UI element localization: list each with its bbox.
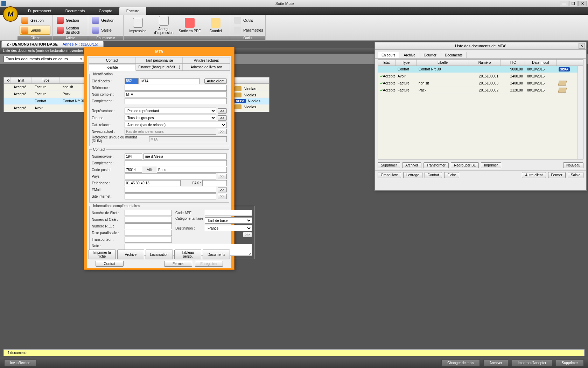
mail-input[interactable]: [125, 187, 216, 193]
minimize-button[interactable]: —: [560, 1, 568, 6]
cee-input[interactable]: [125, 217, 172, 223]
doclist-row[interactable]: ✔AcceptéFacturePack20151000022120.0008/1…: [378, 87, 583, 94]
archiver-button[interactable]: Archiver: [402, 162, 421, 168]
comp-input[interactable]: [125, 98, 227, 104]
ribbon-article-gestion-du-stock[interactable]: Gestion du stock: [55, 26, 86, 35]
changer-mois-button[interactable]: Changer de mois: [441, 359, 480, 367]
num-input[interactable]: [125, 154, 142, 159]
doclist-tab-encours[interactable]: En cours: [378, 52, 399, 58]
mta-tab-financebanquecrdit[interactable]: Finance (banque, crédit ...): [136, 64, 183, 70]
contrat-button[interactable]: Contrat: [96, 261, 124, 267]
ribbon-tools-outils[interactable]: Outils: [232, 16, 263, 25]
transformer-button[interactable]: Transformer: [424, 162, 449, 168]
trans-input[interactable]: [125, 237, 172, 243]
saisie-button[interactable]: Saisie: [568, 172, 583, 178]
documents-dialog-close[interactable]: ✕: [579, 43, 585, 49]
imprimer-la-fiche-button[interactable]: Imprimer la fiche: [89, 250, 116, 259]
doclist-th-ttc[interactable]: TTC: [500, 60, 525, 66]
menu-dpermanent[interactable]: D. permanent: [21, 7, 58, 15]
cle-name-input[interactable]: [140, 78, 200, 84]
doclist-th-libell[interactable]: Libellé: [416, 60, 469, 66]
close-button[interactable]: ✕: [578, 1, 587, 6]
doclist-th-type[interactable]: Type: [396, 60, 416, 66]
lettrage-button[interactable]: Lettrage: [403, 172, 422, 178]
dest-select[interactable]: France.: [205, 225, 252, 231]
ribbon-fournisseur-saisie[interactable]: Saisie: [90, 26, 121, 35]
regrouper-bl-button[interactable]: Regrouper BL: [451, 162, 479, 168]
autre-client-button[interactable]: Autre client: [204, 79, 227, 84]
grp-select[interactable]: Tous les groupes: [125, 115, 216, 121]
imprimer-button[interactable]: Imprimer: [481, 162, 501, 168]
grid-scrollbar[interactable]: [578, 66, 583, 159]
doclist-row[interactable]: ✔AcceptéFacturehon sit20151000032400.000…: [378, 80, 583, 87]
doclist-th-numro[interactable]: Numéro: [469, 60, 500, 66]
ribbon-courriel[interactable]: Courriel: [203, 15, 228, 35]
ape-input[interactable]: [205, 210, 252, 216]
cattar-select[interactable]: Tarif de base: [205, 217, 252, 224]
ribbon-aper-u-d-impression[interactable]: Aperçu d'impression: [152, 15, 176, 35]
doclist-tab-courrier[interactable]: Courrier: [420, 52, 440, 58]
ribbon-client-gestion[interactable]: Gestion: [20, 16, 50, 25]
localisation-button[interactable]: Localisation: [146, 250, 173, 259]
pays-more-button[interactable]: >>: [218, 174, 227, 179]
contrat-button[interactable]: Contrat: [425, 172, 442, 178]
doclist-tab-archive[interactable]: Archive: [400, 52, 419, 58]
document-tab[interactable]: 2 - DEMONSTRATION BASE Année N : (31/03/…: [1, 41, 104, 48]
grp-more-button[interactable]: >>: [218, 115, 227, 121]
site-input[interactable]: [125, 193, 216, 199]
cp-input[interactable]: [125, 167, 142, 173]
cat-select[interactable]: Aucune (pas de relance): [125, 122, 227, 128]
ribbon-article-gestion[interactable]: Gestion: [55, 16, 86, 25]
rep-more-button[interactable]: >>: [218, 108, 227, 114]
menu-documents[interactable]: Documents: [58, 7, 92, 15]
tableau-perso--button[interactable]: Tableau perso.: [174, 250, 202, 259]
mta-tab-identit[interactable]: Identité: [89, 64, 136, 71]
ref-input[interactable]: [125, 85, 227, 91]
cle-input[interactable]: 552: [125, 78, 139, 84]
niv-more-button[interactable]: >>: [218, 129, 227, 134]
imprimer-accepter-button[interactable]: Imprimer/Accepter: [512, 359, 552, 367]
doclist-tab-documents[interactable]: Documents: [441, 52, 467, 58]
archive-button[interactable]: Archive: [117, 250, 145, 259]
ribbon-sortie-en-pdf[interactable]: Sortie en PDF: [177, 15, 202, 35]
autre-client-button[interactable]: Autre client: [522, 172, 546, 178]
supprimer-button[interactable]: Supprimer: [378, 162, 400, 168]
archiver-bottom-button[interactable]: Archiver: [483, 359, 508, 367]
trans-more-button[interactable]: >>: [243, 232, 252, 237]
documents-button[interactable]: Documents: [203, 250, 230, 259]
pays-input[interactable]: [125, 173, 216, 179]
grand-livre-button[interactable]: Grand livre: [378, 172, 401, 178]
site-more-button[interactable]: >>: [218, 194, 227, 199]
ccomp-input[interactable]: [125, 160, 227, 166]
taxe-input[interactable]: [125, 230, 172, 236]
mta-tab-tarifpersonnalis[interactable]: Tarif personnalisé: [136, 57, 183, 63]
maximize-button[interactable]: ❐: [569, 1, 578, 6]
nouveau-button[interactable]: Nouveau: [563, 162, 583, 168]
mta-tab-contact[interactable]: Contact: [89, 57, 136, 63]
bg-th-etat[interactable]: Etat: [11, 77, 32, 83]
rep-select[interactable]: Pas de représentant: [125, 108, 216, 114]
fermer-button[interactable]: Fermer: [548, 172, 566, 178]
mta-tab-articlesfacturs[interactable]: Articles facturés: [183, 57, 230, 63]
nom-input[interactable]: [125, 91, 227, 97]
fermer-button[interactable]: Fermer: [164, 261, 192, 267]
ribbon-client-saisie[interactable]: Saisie: [20, 26, 50, 35]
rue-input[interactable]: [144, 154, 227, 159]
menu-compta[interactable]: Compta: [92, 7, 119, 15]
bg-th-icon[interactable]: ⟲: [4, 77, 11, 83]
doclist-th-datemodif[interactable]: Date modif: [525, 60, 556, 66]
rc-input[interactable]: [125, 223, 172, 229]
doclist-row[interactable]: ✔AcceptéAvoir20151000012400.0008/10/2015: [378, 73, 583, 80]
filter-combo[interactable]: Tous les documents clients en cours: [4, 56, 84, 62]
mta-tab-adressedelivraison[interactable]: Adresse de livraison: [183, 64, 230, 70]
mail-more-button[interactable]: >>: [218, 187, 227, 192]
ribbon-tools-paramtres[interactable]: Paramètres: [232, 26, 263, 35]
supprimer-bottom-button[interactable]: Supprimer: [556, 359, 584, 367]
ribbon-fournisseur-gestion[interactable]: Gestion: [90, 16, 121, 25]
menu-facture[interactable]: Facture: [119, 7, 146, 15]
inv-selection-button[interactable]: Inv. sélection: [4, 359, 36, 367]
doclist-th-etat[interactable]: Etat: [378, 60, 396, 66]
doclist-row[interactable]: ContratContrat N°: 309000.0008/10/2015SE…: [378, 66, 583, 73]
fiche-button[interactable]: Fiche: [444, 172, 459, 178]
tel-input[interactable]: [125, 180, 181, 186]
